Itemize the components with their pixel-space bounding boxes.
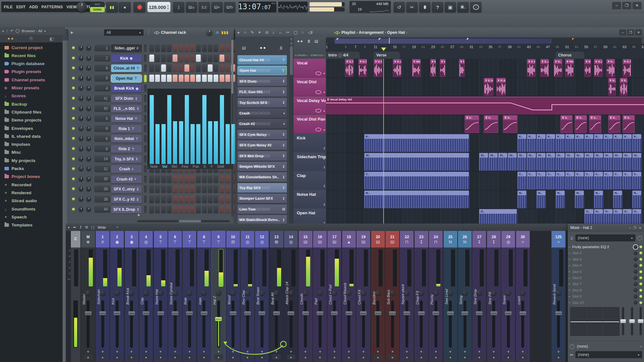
strip-pan-knob[interactable] (419, 290, 424, 296)
mixer-view-selector[interactable]: Wide▸ (98, 225, 118, 229)
browser-tab-plugins[interactable]: ◧: (42, 35, 63, 42)
step-6[interactable] (179, 196, 183, 203)
strip-fader[interactable] (174, 300, 176, 348)
effect-slot-5[interactable]: ▸Slot 5 (569, 269, 643, 275)
browser-expand-icon[interactable]: ▸ (3, 29, 4, 33)
pattern-clip[interactable]: C.. (623, 172, 632, 189)
pattern-clip[interactable]: C.. (527, 172, 536, 189)
strip-fader-thumb[interactable] (346, 311, 352, 315)
strip-fader-thumb[interactable] (85, 311, 92, 315)
pattern-clip[interactable]: K.. (594, 134, 603, 152)
pattern-clip[interactable]: N.. (632, 190, 641, 208)
strip-link-arrow[interactable]: ▲ (403, 355, 411, 359)
wait-for-input-icon[interactable]: Ш◷ (186, 2, 197, 12)
browser-tab-files[interactable]: ⎘ (21, 35, 41, 42)
pattern-clip[interactable]: O.. (479, 209, 517, 224)
pattern-clip[interactable]: C.. (364, 172, 469, 189)
stretch-toggle[interactable]: STRETCH ○ (311, 54, 325, 57)
mixer-strip-square-pluck[interactable]: 22⊓Square pluck▲ (400, 231, 414, 362)
mixer-strip-wood[interactable]: 10⊟Wood▲ (226, 231, 240, 362)
browser-item-soundfonts[interactable]: ♪Soundfonts (4, 205, 35, 213)
pattern-clip[interactable]: K.. (575, 134, 584, 152)
audio-clip[interactable]: ⏵ V.. (440, 59, 446, 77)
strip-fader[interactable] (449, 300, 452, 348)
step-14[interactable] (225, 185, 230, 193)
strip-mute-led[interactable] (102, 351, 103, 352)
pattern-clip[interactable]: C.. (603, 172, 613, 189)
channel-volume-knob[interactable] (86, 76, 91, 81)
pattern-clip[interactable]: K.. (584, 134, 594, 152)
strip-fader[interactable] (232, 300, 235, 348)
strip-pan-knob[interactable] (491, 290, 497, 296)
picker-scrollbar[interactable]: ▪ ˄ (289, 37, 294, 224)
strip-fader[interactable] (159, 300, 162, 348)
slot-enable-led[interactable] (640, 301, 642, 304)
pattern-clip[interactable]: N.. (364, 190, 469, 208)
audio-clip[interactable]: ⏵ V.. (554, 59, 562, 77)
strip-fader[interactable] (507, 300, 510, 348)
countdown-icon[interactable]: 3.2: (198, 2, 210, 12)
strip-link-arrow[interactable]: ▲ (214, 355, 223, 359)
pattern-clip[interactable]: K.. (556, 134, 565, 152)
picker-item-stomper-lazer-sfx[interactable]: Stomper Lazer SFX↧ (237, 194, 287, 203)
eq-slider-2[interactable] (631, 307, 633, 335)
step-9[interactable] (196, 55, 201, 62)
cut-tool-icon[interactable]: ✂ (406, 2, 418, 12)
minimize-button[interactable]: – (612, 2, 621, 9)
strip-fader-thumb[interactable] (418, 311, 425, 315)
picker-item-toy-scritch-sfx[interactable]: Toy Scritch SFX↧ (237, 98, 287, 107)
channel-selector-led[interactable] (144, 75, 146, 82)
record-button[interactable] (133, 2, 146, 12)
step-9[interactable] (196, 196, 201, 203)
pattern-clip[interactable]: Si.. (632, 153, 641, 171)
strip-fader-thumb[interactable] (476, 311, 483, 315)
step-7[interactable] (184, 64, 189, 72)
step-6[interactable] (179, 55, 183, 62)
step-2[interactable] (155, 55, 160, 62)
pattern-clip[interactable]: N.. (613, 190, 622, 208)
clip-source-audio-icon[interactable]: ✦✦ (297, 39, 303, 44)
velocity-graph-panel[interactable]: NoteVelRelFinePanXYShift (147, 89, 231, 169)
graph-tab-y[interactable]: Y (210, 165, 213, 168)
output-target-dropdown[interactable]: (none)▸ (575, 351, 642, 358)
zcross-toggle[interactable]: Z-CROSS ○ (295, 54, 309, 57)
audio-clip[interactable]: ⏵ V.. (430, 59, 436, 77)
picker-item-crash[interactable]: Crash+ (237, 108, 287, 118)
channel-selector-led[interactable] (144, 135, 146, 142)
channel-button[interactable]: Noise Hat⊤ (111, 115, 142, 122)
picker-item-linn-tom[interactable]: Linn Tom⊟ (237, 204, 287, 214)
strip-header[interactable]: 7⊤ (183, 231, 196, 247)
step-10[interactable] (202, 44, 207, 52)
browser-item-speech[interactable]: ✦Speech (4, 213, 27, 221)
browser-item-backup[interactable]: Backup (4, 100, 27, 108)
step-9[interactable] (196, 64, 201, 72)
channel-enable-led[interactable] (72, 178, 75, 180)
velocity-bar-12[interactable] (214, 121, 218, 164)
step-12[interactable] (213, 196, 218, 203)
strip-header[interactable]: 22⊓ (400, 231, 414, 247)
audio-clip[interactable]: ⏵ V.. (584, 59, 591, 77)
pattern-clip[interactable]: N.. (575, 190, 584, 208)
graph-tab-pan[interactable]: Pan (193, 165, 199, 168)
strip-pan-knob[interactable] (390, 290, 395, 296)
step-10[interactable] (202, 55, 207, 62)
step-6[interactable] (179, 64, 183, 72)
channel-rack-header[interactable]: ▶ All▸ ⋮ ◁▷ Channel rack .ılı ▮▮▮ (68, 28, 234, 37)
mixer-strip-ride[interactable]: 7⊤Ride▲ (183, 231, 196, 362)
strip-fader-thumb[interactable] (273, 311, 280, 315)
strip-pan-knob[interactable] (143, 290, 149, 296)
channel-volume-knob[interactable] (86, 86, 91, 91)
step-11[interactable] (208, 64, 213, 72)
picker-item-ma-constellations-sh-[interactable]: MA Constellations Sh..↧ (237, 172, 287, 182)
channel-pan-knob[interactable] (79, 166, 83, 171)
graph-tab-note[interactable]: Note (150, 165, 158, 168)
step-12[interactable] (213, 64, 218, 72)
picker-tab-audio-icon[interactable]: ✦✦ (259, 46, 266, 50)
pattern-clip[interactable]: Si.. (498, 153, 507, 171)
input-source-dropdown[interactable]: (none)▸ (575, 234, 635, 241)
step-14[interactable] (225, 44, 230, 52)
effect-slot-3[interactable]: ▸Slot 3 (569, 256, 643, 262)
channel-pan-knob[interactable] (79, 197, 83, 202)
velocity-bar-8[interactable] (191, 124, 195, 164)
channel-selector-led[interactable] (144, 55, 146, 62)
